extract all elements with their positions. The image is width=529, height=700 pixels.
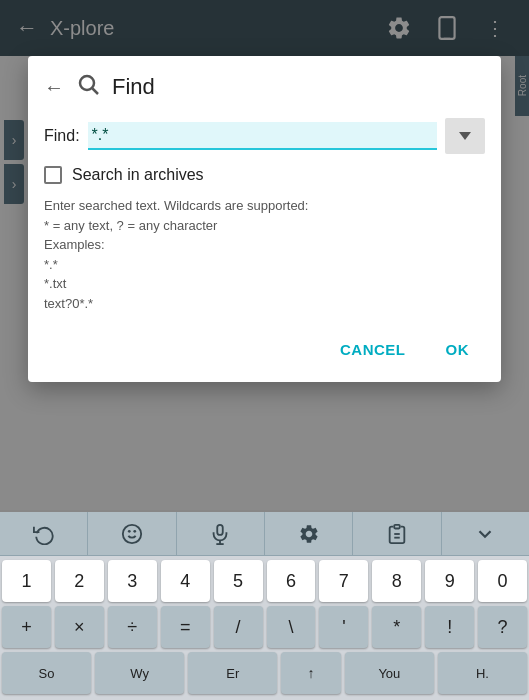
find-input-wrapper <box>88 122 437 150</box>
dialog-header: ← Find <box>28 56 501 110</box>
checkbox-label: Search in archives <box>72 166 204 184</box>
find-dialog: ← Find Find: Search in archives En <box>28 56 501 382</box>
kb-key-exclaim[interactable]: ! <box>425 606 474 648</box>
kb-key-0[interactable]: 0 <box>478 560 527 602</box>
kb-key-backslash[interactable]: \ <box>267 606 316 648</box>
help-text: Enter searched text. Wildcards are suppo… <box>44 196 485 313</box>
kb-row-bottom: So Wy Er ↑ You H. <box>2 652 527 694</box>
kb-tool-settings[interactable] <box>265 512 353 555</box>
kb-tool-chevron[interactable] <box>442 512 529 555</box>
kb-key-equals[interactable]: = <box>161 606 210 648</box>
checkbox-row: Search in archives <box>44 166 485 184</box>
keyboard-toolbar <box>0 512 529 556</box>
kb-key-wy[interactable]: Wy <box>95 652 184 694</box>
kb-key-asterisk[interactable]: * <box>372 606 421 648</box>
find-label: Find: <box>44 127 80 145</box>
kb-key-quote[interactable]: ' <box>319 606 368 648</box>
kb-key-plus[interactable]: + <box>2 606 51 648</box>
kb-key-slash[interactable]: / <box>214 606 263 648</box>
kb-key-3[interactable]: 3 <box>108 560 157 602</box>
kb-key-question[interactable]: ? <box>478 606 527 648</box>
kb-key-5[interactable]: 5 <box>214 560 263 602</box>
keyboard-rows: 1 2 3 4 5 6 7 8 9 0 + × ÷ = / \ ' * ! ? … <box>0 556 529 700</box>
kb-key-divide[interactable]: ÷ <box>108 606 157 648</box>
keyboard: 1 2 3 4 5 6 7 8 9 0 + × ÷ = / \ ' * ! ? … <box>0 512 529 700</box>
kb-key-er[interactable]: Er <box>188 652 277 694</box>
kb-key-6[interactable]: 6 <box>267 560 316 602</box>
kb-key-h[interactable]: H. <box>438 652 527 694</box>
svg-rect-7 <box>218 524 224 534</box>
kb-tool-clipboard[interactable] <box>353 512 441 555</box>
kb-key-7[interactable]: 7 <box>319 560 368 602</box>
kb-key-you[interactable]: You <box>345 652 434 694</box>
kb-tool-emoji[interactable] <box>88 512 176 555</box>
kb-key-2[interactable]: 2 <box>55 560 104 602</box>
svg-point-4 <box>123 524 141 542</box>
svg-line-3 <box>93 89 99 95</box>
dialog-title: Find <box>112 74 155 100</box>
find-row: Find: <box>44 118 485 154</box>
kb-key-so[interactable]: So <box>2 652 91 694</box>
cancel-button[interactable]: CANCEL <box>324 333 422 366</box>
kb-key-times[interactable]: × <box>55 606 104 648</box>
kb-key-1[interactable]: 1 <box>2 560 51 602</box>
search-archives-checkbox[interactable] <box>44 166 62 184</box>
find-dropdown-button[interactable] <box>445 118 485 154</box>
kb-key-4[interactable]: 4 <box>161 560 210 602</box>
kb-key-8[interactable]: 8 <box>372 560 421 602</box>
dialog-body: Find: Search in archives Enter searched … <box>28 110 501 382</box>
kb-tool-mic[interactable] <box>177 512 265 555</box>
dialog-actions: CANCEL OK <box>44 329 485 366</box>
svg-rect-10 <box>394 524 400 528</box>
kb-row-numbers: 1 2 3 4 5 6 7 8 9 0 <box>2 560 527 602</box>
dropdown-arrow-icon <box>459 132 471 140</box>
ok-button[interactable]: OK <box>430 333 486 366</box>
kb-row-symbols: + × ÷ = / \ ' * ! ? <box>2 606 527 648</box>
dialog-back-button[interactable]: ← <box>44 76 64 99</box>
kb-key-shift[interactable]: ↑ <box>281 652 340 694</box>
find-input[interactable] <box>88 122 437 150</box>
dialog-search-icon <box>76 72 100 102</box>
kb-tool-redo[interactable] <box>0 512 88 555</box>
kb-key-9[interactable]: 9 <box>425 560 474 602</box>
svg-point-2 <box>80 76 94 90</box>
